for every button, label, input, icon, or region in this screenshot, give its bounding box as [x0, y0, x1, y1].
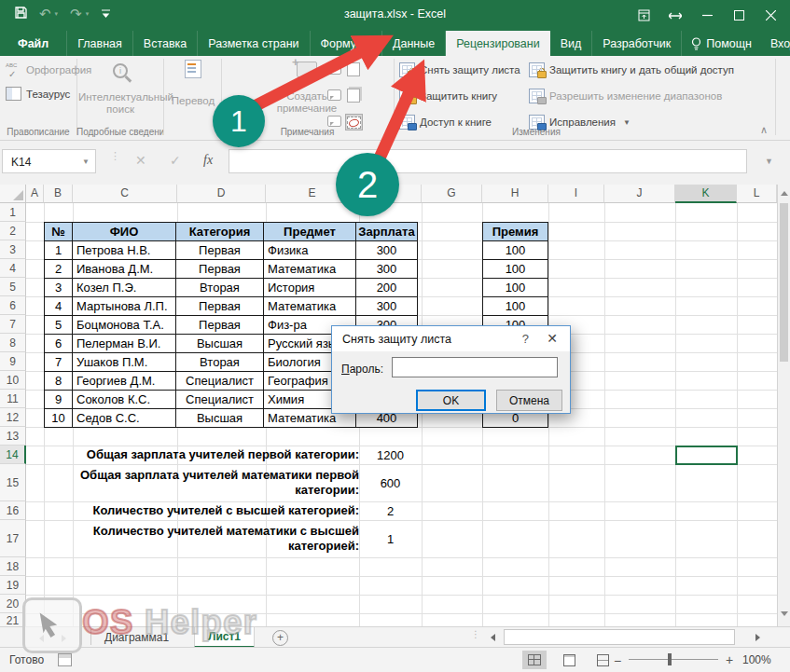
table-cell[interactable]: Ушаков П.М.: [72, 352, 176, 372]
column-header-J[interactable]: J: [604, 185, 675, 203]
table-cell[interactable]: Вторая: [175, 352, 264, 372]
table-cell[interactable]: Мартынова Л.П.: [72, 296, 176, 316]
redo-icon[interactable]: ↷: [70, 5, 82, 23]
scroll-down-icon[interactable]: [781, 611, 788, 616]
row-header-9[interactable]: 9: [0, 352, 26, 371]
page-layout-view-button[interactable]: [557, 651, 581, 669]
unprotect-sheet-button[interactable]: Снять защиту листа: [399, 62, 520, 77]
table-cell[interactable]: История: [263, 278, 356, 297]
table-cell[interactable]: 100: [482, 259, 548, 279]
table-cell[interactable]: 7: [44, 352, 73, 372]
row-header-12[interactable]: 12: [0, 408, 26, 427]
expand-formula-bar-icon[interactable]: ▼: [765, 157, 773, 166]
password-input[interactable]: [392, 357, 558, 377]
table-cell[interactable]: Козел П.Э.: [72, 278, 176, 297]
column-header-B[interactable]: B: [44, 185, 73, 203]
table-header-cell[interactable]: Категория: [175, 222, 264, 241]
row-header-14[interactable]: 14: [0, 446, 26, 464]
table-cell[interactable]: 9: [44, 390, 73, 409]
table-cell[interactable]: Физика: [263, 240, 356, 260]
thesaurus-button[interactable]: Тезаурус: [6, 87, 70, 101]
table-cell[interactable]: 100: [482, 296, 548, 316]
table-header-cell[interactable]: Премия: [482, 222, 548, 241]
show-hide-comment-icon[interactable]: [345, 62, 361, 76]
ribbon-tab-item[interactable]: Разработчик: [592, 31, 682, 56]
table-cell[interactable]: Иванова Д.М.: [72, 259, 176, 279]
cancel-button[interactable]: Отмена: [496, 390, 562, 411]
smart-lookup-button[interactable]: Интеллектуальный поиск: [78, 62, 162, 116]
row-header-2[interactable]: 2: [0, 222, 26, 240]
table-cell[interactable]: 4: [44, 296, 73, 316]
ribbon-tab-item[interactable]: Вид: [550, 31, 593, 56]
table-cell[interactable]: Боцмонова Т.А.: [72, 315, 176, 335]
normal-view-button[interactable]: [522, 651, 547, 669]
collapse-ribbon-icon[interactable]: ∧: [760, 124, 768, 136]
table-cell[interactable]: Соколов К.С.: [72, 390, 176, 409]
table-cell[interactable]: Специалист: [175, 390, 264, 409]
table-cell[interactable]: 300: [355, 240, 418, 260]
table-cell[interactable]: 200: [355, 278, 418, 297]
row-header-10[interactable]: 10: [0, 371, 26, 390]
row-header-6[interactable]: 6: [0, 296, 26, 315]
horizontal-scroll-thumb[interactable]: [504, 629, 735, 645]
row-header-17[interactable]: 17: [0, 520, 26, 557]
table-header-cell[interactable]: ФИО: [72, 222, 176, 241]
close-button[interactable]: [755, 0, 786, 31]
zoom-slider-thumb[interactable]: [668, 653, 672, 665]
protect-and-share-button[interactable]: Защитить книгу и дать общий доступ: [529, 62, 734, 77]
row-header-8[interactable]: 8: [0, 334, 26, 352]
column-header-H[interactable]: H: [482, 185, 548, 203]
row-header-20[interactable]: 20: [0, 595, 26, 613]
sign-in-button[interactable]: Вход: [761, 37, 790, 50]
table-cell[interactable]: Высшая: [175, 408, 264, 428]
ribbon-tab-item[interactable]: Разметка страни: [198, 31, 310, 56]
row-header-18[interactable]: 18: [0, 557, 26, 576]
table-cell[interactable]: 3: [44, 278, 73, 297]
row-header-13[interactable]: 13: [0, 427, 26, 446]
table-cell[interactable]: 300: [355, 296, 418, 316]
column-header-L[interactable]: L: [737, 185, 777, 203]
row-header-15[interactable]: 15: [0, 464, 26, 501]
column-header-G[interactable]: G: [422, 185, 482, 203]
ribbon-tab-active[interactable]: Рецензировани: [446, 31, 550, 56]
table-cell[interactable]: Специалист: [175, 371, 264, 391]
zoom-out-icon[interactable]: −: [614, 653, 621, 668]
row-header-7[interactable]: 7: [0, 315, 26, 334]
name-box-dropdown-icon[interactable]: ▼: [82, 150, 90, 174]
row-header-19[interactable]: 19: [0, 576, 26, 595]
table-cell[interactable]: 1: [44, 240, 73, 260]
allow-edit-ranges-button[interactable]: Разрешить изменение диапазонов: [529, 89, 722, 103]
minimize-button[interactable]: [691, 0, 723, 31]
table-cell[interactable]: 5: [44, 315, 73, 335]
zoom-in-icon[interactable]: +: [726, 652, 733, 667]
sheet-tab-active[interactable]: Лист1: [194, 627, 255, 648]
ok-button[interactable]: OK: [416, 390, 486, 411]
column-header-A[interactable]: A: [26, 185, 44, 203]
table-header-cell[interactable]: Зарплата: [355, 222, 418, 241]
scroll-right-icon[interactable]: [755, 634, 760, 641]
table-cell[interactable]: Пелерман В.И.: [72, 334, 176, 353]
table-cell[interactable]: Георгиев Д.М.: [72, 371, 176, 391]
scroll-left-icon[interactable]: [491, 634, 495, 641]
add-sheet-button[interactable]: +: [272, 630, 288, 646]
table-cell[interactable]: 8: [44, 371, 73, 391]
table-header-cell[interactable]: №: [44, 222, 73, 241]
formula-input[interactable]: [229, 149, 747, 173]
column-header-C[interactable]: C: [73, 185, 177, 203]
ribbon-display-options-icon[interactable]: [628, 0, 659, 31]
table-cell[interactable]: Первая: [175, 296, 264, 316]
row-header-11[interactable]: 11: [0, 390, 26, 408]
tell-me-item[interactable]: Помощн: [682, 37, 761, 50]
table-cell[interactable]: Вторая: [175, 278, 264, 297]
table-cell[interactable]: Петрова Н.В.: [72, 240, 176, 260]
table-cell[interactable]: 2: [44, 259, 73, 279]
column-header-K[interactable]: K: [675, 185, 737, 203]
ribbon-tab-item[interactable]: Данные: [382, 31, 446, 56]
column-header-I[interactable]: I: [548, 185, 604, 203]
macro-record-icon[interactable]: [58, 653, 72, 666]
dialog-close-icon[interactable]: ✕: [547, 331, 558, 346]
translate-button[interactable]: Перевод: [165, 60, 221, 107]
ribbon-tab-item[interactable]: Главная: [67, 31, 133, 56]
row-header-5[interactable]: 5: [0, 278, 26, 296]
next-sheet-icon[interactable]: [62, 635, 66, 642]
